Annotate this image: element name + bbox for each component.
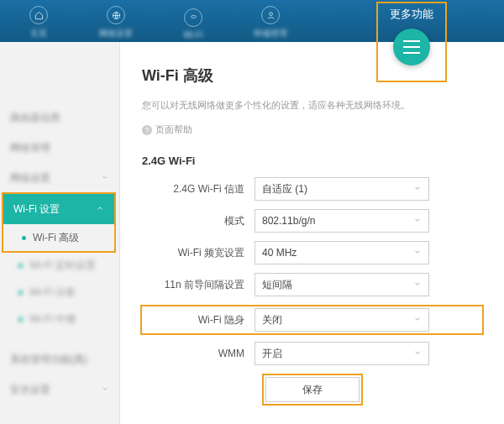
- save-highlight: 保存: [262, 374, 363, 406]
- top-nav: 主页 网络设置 Wi-Fi 终端管理 更多功能: [0, 0, 504, 42]
- chevron-down-icon: [413, 279, 422, 291]
- devices-icon: [261, 6, 280, 24]
- dot-icon: [18, 264, 23, 268]
- chevron-down-icon: [413, 247, 422, 259]
- more-functions-label: 更多功能: [390, 7, 433, 22]
- sidebar-sub-2[interactable]: Wi-Fi 访客: [0, 279, 119, 306]
- chevron-down-icon: [413, 215, 422, 227]
- hamburger-button[interactable]: [393, 29, 430, 65]
- sidebar-sub-3[interactable]: Wi-Fi 中继: [0, 306, 119, 332]
- sidebar-item-3[interactable]: 系统管理功能(高): [0, 344, 119, 374]
- globe-icon: [107, 6, 125, 24]
- select-mode[interactable]: 802.11b/g/n: [255, 209, 429, 233]
- label-hidden: Wi-Fi 隐身: [142, 313, 255, 327]
- sidebar-sub-wifi-advanced[interactable]: Wi-Fi 高级: [3, 224, 114, 251]
- sidebar-sub-1[interactable]: Wi-Fi 定时设置: [0, 252, 119, 279]
- row-bandwidth: Wi-Fi 频宽设置 40 MHz: [142, 241, 482, 264]
- dot-icon: [22, 236, 26, 240]
- svg-point-1: [269, 12, 272, 15]
- dot-icon: [18, 317, 23, 322]
- chevron-down-icon: [413, 314, 422, 326]
- row-mode: 模式 802.11b/g/n: [142, 209, 482, 233]
- nav-devices[interactable]: 终端管理: [232, 0, 309, 44]
- select-guard[interactable]: 短间隔: [255, 273, 429, 296]
- select-channel[interactable]: 自适应 (1): [255, 177, 429, 201]
- chevron-down-icon: [101, 172, 109, 184]
- home-icon: [29, 6, 48, 24]
- chevron-up-icon: [96, 203, 104, 215]
- wifi-settings-highlight: Wi-Fi 设置 Wi-Fi 高级: [2, 192, 116, 253]
- section-title-24g: 2.4G Wi-Fi: [142, 154, 482, 167]
- more-functions-highlight: 更多功能: [376, 2, 447, 82]
- nav-internet[interactable]: 网络设置: [77, 0, 155, 44]
- chevron-down-icon: [101, 384, 109, 395]
- label-guard: 11n 前导间隔设置: [142, 278, 255, 292]
- select-hidden[interactable]: 关闭: [255, 308, 429, 332]
- chevron-down-icon: [413, 348, 422, 359]
- wifi-icon: [184, 8, 202, 27]
- sidebar-item-0[interactable]: 路由器信息: [0, 102, 119, 133]
- page-description: 您可以对无线网络做更多个性化的设置，适应各种无线网络环境。: [142, 99, 482, 112]
- page-help-link[interactable]: ?页面帮助: [142, 123, 482, 136]
- sidebar-item-wifi-settings[interactable]: Wi-Fi 设置: [3, 194, 114, 224]
- content-panel: Wi-Fi 高级 您可以对无线网络做更多个性化的设置，适应各种无线网络环境。 ?…: [120, 42, 504, 424]
- row-wmm: WMM 开启: [142, 342, 482, 365]
- row-channel: 2.4G Wi-Fi 信道 自适应 (1): [142, 177, 482, 201]
- label-channel: 2.4G Wi-Fi 信道: [142, 182, 255, 196]
- label-mode: 模式: [142, 214, 255, 228]
- select-wmm[interactable]: 开启: [255, 342, 429, 365]
- help-icon: ?: [142, 125, 152, 135]
- chevron-down-icon: [413, 183, 422, 195]
- sidebar-item-1[interactable]: 网络管理: [0, 133, 119, 163]
- sidebar-item-4[interactable]: 安全设置: [0, 374, 119, 405]
- row-guard: 11n 前导间隔设置 短间隔: [142, 273, 482, 296]
- label-bandwidth: Wi-Fi 频宽设置: [142, 246, 255, 260]
- nav-home[interactable]: 主页: [0, 0, 77, 44]
- select-bandwidth[interactable]: 40 MHz: [255, 241, 429, 264]
- nav-wifi[interactable]: Wi-Fi: [155, 0, 232, 44]
- save-button[interactable]: 保存: [265, 377, 360, 402]
- dot-icon: [18, 291, 23, 295]
- sidebar: 路由器信息 网络管理 网络设置 Wi-Fi 设置 Wi-Fi 高级 Wi-Fi …: [0, 42, 120, 424]
- label-wmm: WMM: [142, 348, 255, 359]
- row-hidden-highlight: Wi-Fi 隐身 关闭: [140, 305, 484, 335]
- sidebar-item-2[interactable]: 网络设置: [0, 163, 119, 193]
